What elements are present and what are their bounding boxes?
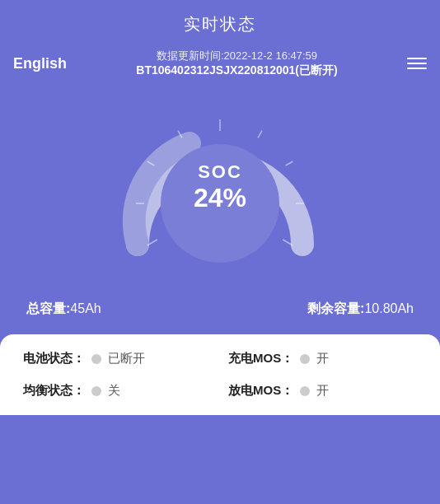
discharge-mos-label: 放电MOS： — [228, 383, 293, 399]
charge-mos-label: 充电MOS： — [228, 351, 293, 366]
balance-state-value: 关 — [108, 383, 120, 399]
discharge-mos-value: 开 — [316, 383, 329, 399]
balance-state-dot — [91, 386, 101, 396]
svg-line-7 — [286, 161, 293, 166]
update-time: 数据更新时间:2022-12-2 16:47:59 — [67, 49, 407, 63]
battery-state-label: 电池状态： — [23, 351, 85, 366]
remaining-capacity-value: 10.80Ah — [364, 301, 414, 315]
gauge-label: SOC — [194, 161, 246, 183]
charge-mos-value: 开 — [316, 351, 329, 366]
header: 实时状态 — [0, 0, 440, 42]
discharge-mos-item: 放电MOS： 开 — [228, 383, 417, 399]
menu-line-1 — [407, 58, 427, 59]
gauge-container: SOC 24% — [105, 96, 335, 278]
battery-state-item: 电池状态： 已断开 — [23, 351, 212, 366]
gauge-value: 24% — [194, 183, 246, 213]
remaining-capacity-label: 剩余容量: — [307, 301, 364, 315]
svg-line-6 — [258, 131, 262, 138]
language-button[interactable]: English — [13, 55, 67, 72]
total-capacity-value: 45Ah — [70, 301, 101, 315]
capacity-row: 总容量:45Ah 剩余容量:10.80Ah — [0, 294, 440, 334]
balance-state-item: 均衡状态： 关 — [23, 383, 212, 399]
menu-line-3 — [407, 68, 427, 69]
device-info: 数据更新时间:2022-12-2 16:47:59 BT106402312JSJ… — [67, 49, 407, 78]
total-capacity: 总容量:45Ah — [26, 301, 101, 318]
balance-state-label: 均衡状态： — [23, 383, 85, 399]
status-panel: 电池状态： 已断开 充电MOS： 开 均衡状态： 关 放电MOS： 开 — [0, 334, 440, 415]
discharge-mos-dot — [300, 386, 310, 396]
total-capacity-label: 总容量: — [26, 301, 70, 315]
top-bar: English 数据更新时间:2022-12-2 16:47:59 BT1064… — [0, 42, 440, 88]
menu-line-2 — [407, 63, 427, 64]
charge-mos-dot — [300, 354, 310, 364]
status-grid: 电池状态： 已断开 充电MOS： 开 均衡状态： 关 放电MOS： 开 — [23, 351, 417, 399]
device-id: BT106402312JSJX220812001(已断开) — [67, 63, 407, 78]
battery-state-dot — [91, 354, 101, 364]
page-title: 实时状态 — [184, 15, 256, 33]
battery-state-value: 已断开 — [108, 351, 145, 366]
gauge-text: SOC 24% — [194, 161, 246, 213]
remaining-capacity: 剩余容量:10.80Ah — [307, 301, 414, 318]
menu-button[interactable] — [407, 58, 427, 69]
gauge-section: SOC 24% — [0, 88, 440, 294]
charge-mos-item: 充电MOS： 开 — [228, 351, 417, 366]
